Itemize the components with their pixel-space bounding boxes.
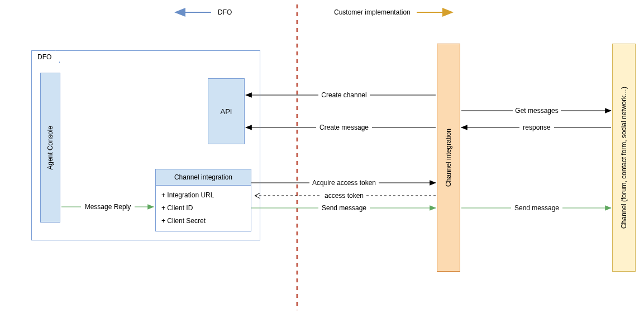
api-box: API (208, 78, 245, 144)
label-access-token: access token (325, 192, 364, 200)
header-customer-label: Customer implementation (334, 8, 411, 16)
header-dfo-label: DFO (218, 8, 232, 16)
label-response: response (523, 124, 551, 131)
channel-integration-config: Channel integration + Integration URL + … (155, 169, 251, 231)
channel-integration-box: Channel integration (437, 44, 460, 272)
label-send-message-2: Send message (514, 204, 559, 212)
label-create-channel: Create channel (321, 91, 366, 99)
ci-item-0: + Integration URL (161, 189, 245, 202)
label-acquire-token: Acquire access token (312, 179, 376, 187)
dfo-tab-label: DFO (31, 50, 60, 63)
agent-console-label: Agent Console (46, 126, 54, 170)
label-create-message: Create message (319, 124, 369, 131)
channel-box: Channel (forum, contact form, social net… (612, 44, 636, 272)
label-send-message-1: Send message (322, 204, 366, 212)
api-label: API (221, 107, 232, 116)
diagram-canvas: Message Reply Create channel Create mess… (0, 0, 644, 317)
ci-item-1: + Client ID (161, 202, 245, 215)
channel-label: Channel (forum, contact form, social net… (620, 87, 628, 229)
ci-title: Channel integration (156, 169, 251, 186)
label-get-messages: Get messages (515, 107, 558, 115)
ci-item-2: + Client Secret (161, 215, 245, 228)
channel-integration-label: Channel integration (445, 129, 452, 187)
agent-console-box: Agent Console (40, 73, 60, 223)
